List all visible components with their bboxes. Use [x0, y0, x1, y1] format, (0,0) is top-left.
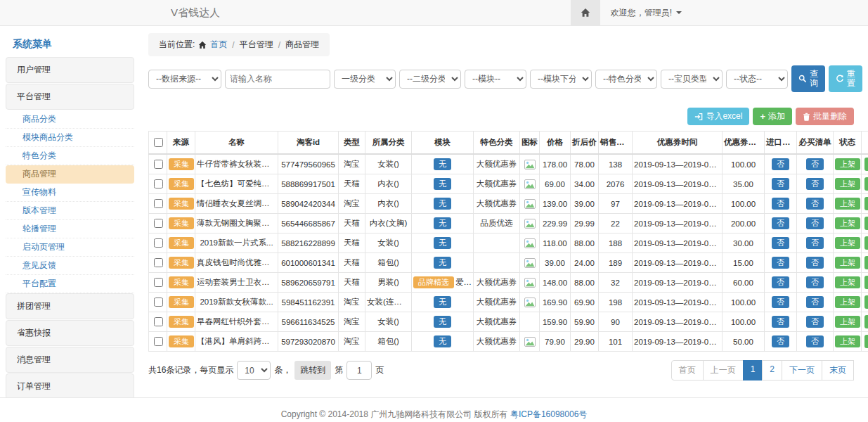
- import-optimal-toggle[interactable]: 否: [772, 276, 789, 288]
- filter-select[interactable]: --二级分类--: [399, 70, 461, 89]
- status-toggle[interactable]: 上架: [835, 198, 860, 210]
- sidebar-item[interactable]: 订单管理: [6, 373, 134, 397]
- row-checkbox[interactable]: [154, 278, 163, 287]
- sidebar-item[interactable]: 版本管理: [6, 202, 134, 220]
- edit-button[interactable]: [864, 158, 868, 171]
- sidebar-item[interactable]: 拼团管理: [6, 293, 134, 319]
- import-optimal-toggle[interactable]: 否: [772, 158, 789, 170]
- user-menu[interactable]: 欢迎您，管理员!: [600, 7, 692, 19]
- row-checkbox[interactable]: [154, 199, 163, 208]
- must-buy-toggle[interactable]: 否: [806, 198, 824, 210]
- home-button[interactable]: [571, 0, 600, 26]
- breadcrumb-home-link[interactable]: 首页: [210, 39, 227, 51]
- jump-button[interactable]: 跳转到: [294, 361, 331, 380]
- edit-button[interactable]: [864, 295, 868, 309]
- select-all-checkbox[interactable]: [154, 138, 163, 147]
- reset-button[interactable]: 重置: [829, 65, 862, 92]
- sidebar-item[interactable]: 平台管理: [6, 84, 134, 110]
- sidebar-item[interactable]: 启动页管理: [6, 238, 134, 257]
- product-category: 女装(): [365, 234, 412, 253]
- filter-select[interactable]: --模块--: [465, 70, 526, 89]
- row-checkbox[interactable]: [154, 317, 163, 326]
- filter-select[interactable]: --状态--: [726, 70, 788, 89]
- edit-button[interactable]: [864, 236, 868, 250]
- row-checkbox[interactable]: [154, 298, 163, 307]
- must-buy-toggle[interactable]: 否: [806, 217, 824, 229]
- sales-count: 188: [599, 234, 633, 253]
- sidebar-item[interactable]: 消息管理: [6, 347, 134, 373]
- import-optimal-toggle[interactable]: 否: [772, 257, 789, 269]
- batch-delete-button[interactable]: 批量删除: [796, 108, 854, 125]
- must-buy-toggle[interactable]: 否: [806, 237, 824, 249]
- edit-button[interactable]: [864, 177, 868, 191]
- import-optimal-toggle[interactable]: 否: [772, 198, 789, 210]
- sidebar-item[interactable]: 模块商品分类: [6, 129, 134, 147]
- row-checkbox[interactable]: [154, 160, 163, 169]
- page-button[interactable]: 末页: [822, 360, 854, 381]
- import-excel-button[interactable]: 导入excel: [687, 108, 749, 125]
- icon-cell: [520, 234, 540, 253]
- edit-button[interactable]: [864, 315, 868, 328]
- filter-select[interactable]: --模块下分类--: [530, 70, 592, 89]
- sidebar-item[interactable]: 特色分类: [6, 147, 134, 165]
- row-checkbox[interactable]: [154, 179, 163, 188]
- must-buy-toggle[interactable]: 否: [806, 178, 824, 190]
- page-button[interactable]: 首页: [671, 360, 704, 381]
- must-buy-toggle[interactable]: 否: [806, 296, 824, 308]
- must-buy-toggle[interactable]: 否: [806, 276, 824, 288]
- filter-select[interactable]: 一级分类: [334, 70, 396, 89]
- search-button[interactable]: 查询: [791, 65, 825, 92]
- sidebar-item[interactable]: 轮播管理: [6, 220, 134, 238]
- sidebar-item[interactable]: 意见反馈: [6, 257, 134, 275]
- must-buy-toggle[interactable]: 否: [806, 316, 824, 328]
- import-optimal-toggle[interactable]: 否: [772, 237, 789, 249]
- status-toggle[interactable]: 上架: [835, 257, 860, 269]
- import-optimal-toggle[interactable]: 否: [772, 316, 789, 328]
- import-optimal-toggle[interactable]: 否: [772, 178, 789, 190]
- must-buy-toggle[interactable]: 否: [806, 335, 824, 347]
- sidebar-item[interactable]: 用户管理: [6, 57, 134, 83]
- sidebar-item[interactable]: 省惠快报: [6, 320, 134, 346]
- status-toggle[interactable]: 上架: [835, 335, 860, 347]
- page-button[interactable]: 下一页: [782, 360, 822, 381]
- sidebar-item[interactable]: 平台配置: [6, 275, 134, 293]
- add-button[interactable]: + 添加: [753, 108, 792, 125]
- page-button[interactable]: 上一页: [703, 360, 744, 381]
- name-search-input[interactable]: [225, 70, 330, 89]
- filter-select[interactable]: --特色分类--: [595, 70, 657, 89]
- filter-select[interactable]: --宝贝类型--: [661, 70, 723, 89]
- must-buy-toggle[interactable]: 否: [806, 257, 824, 269]
- edit-button[interactable]: [864, 217, 868, 230]
- row-checkbox[interactable]: [154, 337, 163, 346]
- page-button[interactable]: 1: [743, 360, 763, 381]
- status-toggle[interactable]: 上架: [835, 237, 860, 249]
- icp-link[interactable]: 粤ICP备16098006号: [510, 409, 587, 419]
- import-optimal-toggle[interactable]: 否: [772, 217, 789, 229]
- sales-count: 189: [599, 253, 633, 273]
- status-toggle[interactable]: 上架: [835, 178, 860, 190]
- status-toggle[interactable]: 上架: [835, 296, 860, 308]
- row-checkbox[interactable]: [154, 238, 163, 248]
- import-optimal-toggle[interactable]: 否: [772, 296, 789, 308]
- status-toggle[interactable]: 上架: [835, 316, 860, 328]
- data-source-select[interactable]: --数据来源--: [148, 70, 221, 89]
- refresh-icon: [836, 75, 844, 83]
- edit-button[interactable]: [864, 197, 868, 210]
- sidebar-item[interactable]: 商品分类: [6, 110, 134, 129]
- products-table: 来源名称淘客id类型所属分类模块特色分类图标价格折后价销售数量优惠券时间优惠券金…: [148, 131, 854, 352]
- sidebar-item[interactable]: 商品管理: [6, 165, 134, 184]
- status-toggle[interactable]: 上架: [835, 276, 860, 288]
- page-number-input[interactable]: [346, 361, 372, 380]
- row-checkbox[interactable]: [154, 219, 163, 228]
- must-buy-toggle[interactable]: 否: [806, 158, 824, 170]
- status-toggle[interactable]: 上架: [835, 217, 860, 229]
- edit-button[interactable]: [864, 276, 868, 289]
- status-toggle[interactable]: 上架: [835, 158, 860, 170]
- edit-button[interactable]: [864, 256, 868, 269]
- page-button[interactable]: 2: [762, 360, 782, 381]
- sidebar-item[interactable]: 宣传物料: [6, 184, 134, 202]
- row-checkbox[interactable]: [154, 258, 163, 267]
- edit-button[interactable]: [864, 335, 868, 348]
- import-optimal-toggle[interactable]: 否: [772, 335, 789, 347]
- page-size-select[interactable]: 10: [237, 361, 271, 380]
